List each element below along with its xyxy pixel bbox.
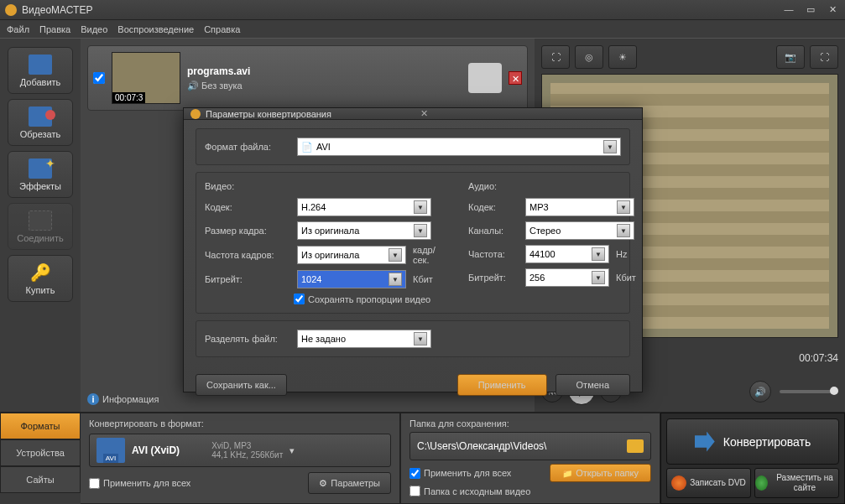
volume-slider[interactable]	[780, 390, 838, 393]
menubar: Файл Правка Видео Воспроизведение Справк…	[0, 20, 845, 39]
split-file-select[interactable]: Не задано▼	[297, 330, 431, 348]
upload-web-button[interactable]: Разместить на сайте	[754, 468, 839, 498]
menu-edit[interactable]: Правка	[39, 24, 70, 34]
tab-devices[interactable]: Устройства	[0, 439, 81, 466]
tab-formats[interactable]: Форматы	[0, 413, 81, 439]
key-icon	[29, 262, 52, 283]
sidebar-cut-label: Обрезать	[20, 129, 61, 139]
preview-time: 00:07:34	[799, 352, 838, 364]
fps-select[interactable]: Из оригинала▼	[297, 246, 406, 264]
file-row[interactable]: 00:07:3 programs.avi 🔊 Без звука ✕	[87, 45, 528, 111]
apply-button[interactable]: Применить	[457, 374, 547, 396]
conversion-params-dialog: Параметры конвертирования ✕ Формат файла…	[183, 107, 643, 392]
brightness-tool-button[interactable]: ☀	[608, 45, 637, 69]
film-fx-icon	[29, 158, 52, 179]
dialog-titlebar[interactable]: Параметры конвертирования ✕	[184, 108, 642, 120]
sidebar-effects-label: Эффекты	[19, 181, 61, 191]
sidebar-add-button[interactable]: Добавить	[8, 47, 73, 94]
freq-select[interactable]: 44100▼	[525, 245, 609, 263]
chevron-down-icon: ▾	[289, 445, 305, 456]
sidebar-join-label: Соединить	[17, 233, 64, 243]
convert-title: Конвертировать в формат:	[89, 418, 391, 429]
sidebar-buy-label: Купить	[26, 285, 55, 295]
info-icon: i	[87, 393, 99, 405]
file-audio-status: 🔊 Без звука	[187, 81, 462, 91]
cancel-button[interactable]: Отмена	[556, 374, 630, 396]
settings-tool-button[interactable]: ◎	[575, 45, 603, 69]
file-checkbox[interactable]	[93, 72, 105, 84]
save-panel: Папка для сохранения: C:\Users\Олександр…	[400, 413, 660, 504]
menu-playback[interactable]: Воспроизведение	[117, 24, 194, 34]
format-tabs: Форматы Устройства Сайты	[0, 413, 81, 504]
folder-icon[interactable]	[627, 439, 644, 453]
fullscreen-button[interactable]: ⛶	[810, 45, 838, 69]
dvd-icon	[671, 475, 686, 491]
save-path-box[interactable]: C:\Users\Олександр\Videos\	[409, 432, 651, 460]
tab-sites[interactable]: Сайты	[0, 466, 81, 493]
film-cut-icon	[29, 107, 52, 127]
dialog-close-button[interactable]: ✕	[420, 108, 635, 119]
film-add-icon	[29, 55, 52, 75]
sidebar-buy-button[interactable]: Купить	[8, 255, 73, 302]
camera-icon	[468, 63, 502, 93]
sidebar: Добавить Обрезать Эффекты Соединить Купи…	[0, 39, 81, 412]
video-section-header: Видео:	[205, 181, 451, 191]
arrow-icon	[695, 432, 715, 452]
app-logo-icon	[5, 4, 17, 16]
menu-help[interactable]: Справка	[204, 24, 240, 34]
burn-dvd-button[interactable]: Записать DVD	[666, 468, 751, 498]
apply-all-checkbox[interactable]: Применить для всех	[89, 478, 190, 489]
channels-select[interactable]: Стерео▼	[525, 221, 634, 240]
file-format-label: Формат файла:	[205, 142, 290, 152]
video-codec-select[interactable]: H.264▼	[297, 198, 431, 216]
open-folder-button[interactable]: 📁 Открыть папку	[550, 464, 651, 482]
globe-icon	[755, 475, 768, 491]
sidebar-join-button: Соединить	[8, 203, 73, 250]
minimize-button[interactable]: —	[781, 4, 796, 15]
film-join-icon	[29, 210, 52, 231]
file-remove-button[interactable]: ✕	[509, 71, 522, 85]
save-path: C:\Users\Олександр\Videos\	[417, 440, 620, 452]
app-title: ВидеоМАСТЕР	[22, 4, 781, 16]
params-button[interactable]: ⚙ Параметры	[308, 472, 391, 494]
menu-video[interactable]: Видео	[81, 24, 107, 34]
file-format-select[interactable]: 📄 AVI▼	[297, 138, 621, 156]
sidebar-effects-button[interactable]: Эффекты	[8, 151, 73, 198]
file-timecode: 00:07:3	[112, 92, 145, 103]
frame-size-select[interactable]: Из оригинала▼	[297, 221, 431, 240]
save-title: Папка для сохранения:	[409, 418, 651, 429]
audio-section-header: Аудио:	[468, 181, 655, 191]
format-name: AVI (XviD)	[132, 444, 180, 456]
format-selector[interactable]: AVI AVI (XviD) XviD, MP3 44,1 KHz, 256Кб…	[89, 434, 391, 467]
audio-codec-select[interactable]: MP3▼	[525, 198, 634, 216]
titlebar: ВидеоМАСТЕР — ▭ ✕	[0, 0, 845, 20]
format-icon: AVI	[96, 438, 125, 463]
save-apply-all-checkbox[interactable]: Применить для всех	[409, 468, 511, 479]
same-folder-checkbox[interactable]: Папка с исходным видео	[409, 486, 651, 496]
dialog-logo-icon	[190, 109, 201, 119]
keep-aspect-checkbox[interactable]: Сохранять пропорции видео	[294, 294, 451, 304]
menu-file[interactable]: Файл	[7, 24, 29, 34]
file-name: programs.avi	[187, 65, 462, 77]
snapshot-button[interactable]: 📷	[776, 45, 805, 69]
convert-format-panel: Конвертировать в формат: AVI AVI (XviD) …	[81, 413, 400, 504]
close-button[interactable]: ✕	[825, 4, 840, 15]
info-button[interactable]: iИнформация	[87, 393, 159, 405]
video-bitrate-select[interactable]: 1024▼	[297, 270, 406, 288]
volume-button[interactable]: 🔊	[749, 381, 771, 403]
convert-button[interactable]: Конвертировать	[666, 418, 839, 465]
crop-tool-button[interactable]: ⛶	[541, 45, 570, 69]
sidebar-add-label: Добавить	[20, 77, 61, 87]
audio-bitrate-select[interactable]: 256▼	[525, 268, 609, 287]
file-thumbnail: 00:07:3	[112, 52, 180, 104]
action-panel: Конвертировать Записать DVD Разместить н…	[660, 413, 845, 504]
dialog-title: Параметры конвертирования	[206, 109, 420, 119]
sidebar-cut-button[interactable]: Обрезать	[8, 99, 73, 146]
maximize-button[interactable]: ▭	[803, 4, 818, 15]
save-as-button[interactable]: Сохранить как...	[196, 374, 287, 396]
